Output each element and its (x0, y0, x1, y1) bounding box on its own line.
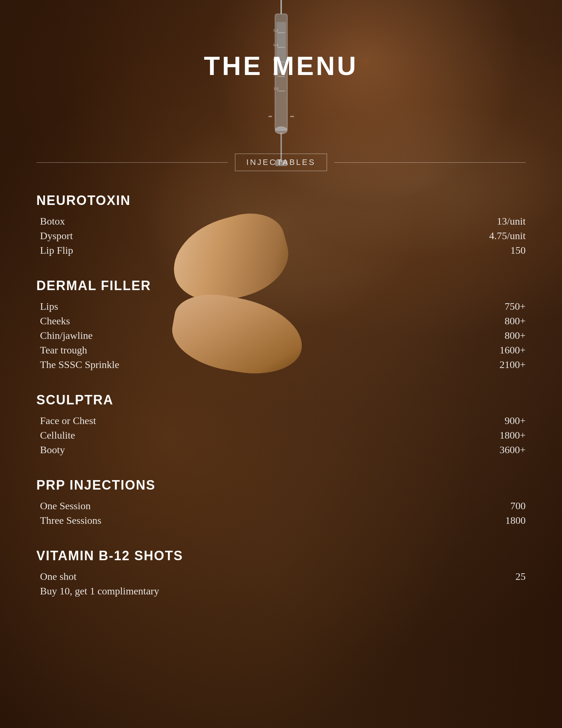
menu-item: Chin/jawline800+ (40, 330, 526, 341)
item-price: 1600+ (471, 344, 526, 356)
menu-items-sculptra: Face or Chest900+Cellulite1800+Booty3600… (36, 415, 526, 456)
title-section: THE MENU (36, 22, 526, 81)
menu-items-neurotoxin: Botox13/unitDysport4.75/unitLip Flip150 (36, 215, 526, 256)
menu-item: The SSSC Sprinkle2100+ (40, 359, 526, 371)
item-name: Three Sessions (40, 515, 101, 526)
item-price: 25 (471, 571, 526, 582)
item-price: 3600+ (471, 444, 526, 456)
menu-item: Face or Chest900+ (40, 415, 526, 427)
item-price: 800+ (471, 315, 526, 327)
menu-items-dermal-filler: Lips750+Cheeks800+Chin/jawline800+Tear t… (36, 301, 526, 371)
section-title-prp-injections: PRP INJECTIONS (36, 478, 526, 493)
menu-section-dermal-filler: DERMAL FILLERLips750+Cheeks800+Chin/jawl… (36, 278, 526, 371)
menu-items-prp-injections: One Session700Three Sessions1800 (36, 500, 526, 526)
menu-section-prp-injections: PRP INJECTIONSOne Session700Three Sessio… (36, 478, 526, 526)
item-name: Cheeks (40, 315, 70, 327)
section-title-neurotoxin: NEUROTOXIN (36, 193, 526, 208)
menu-item: Botox13/unit (40, 215, 526, 227)
item-price: 1800 (471, 515, 526, 526)
menu-item: Dysport4.75/unit (40, 230, 526, 242)
menu-items-vitamin-b12: One shot25Buy 10, get 1 complimentary (36, 571, 526, 597)
item-price: 750+ (471, 301, 526, 312)
menu-item: Cheeks800+ (40, 315, 526, 327)
menu-item: Buy 10, get 1 complimentary (40, 585, 526, 597)
menu-section-sculptra: SCULPTRAFace or Chest900+Cellulite1800+B… (36, 392, 526, 456)
item-name: Booty (40, 444, 65, 456)
section-title-vitamin-b12: VITAMIN B-12 SHOTS (36, 548, 526, 563)
menu-section-vitamin-b12: VITAMIN B-12 SHOTSOne shot25Buy 10, get … (36, 548, 526, 597)
item-name: Lips (40, 301, 58, 312)
item-price: 1800+ (471, 430, 526, 441)
menu-item: Tear trough1600+ (40, 344, 526, 356)
item-price: 13/unit (471, 215, 526, 227)
item-name: Dysport (40, 230, 73, 242)
menu-container: NEUROTOXINBotox13/unitDysport4.75/unitLi… (36, 193, 526, 597)
item-price: 700 (471, 500, 526, 512)
item-price: 2100+ (471, 359, 526, 371)
item-price: 150 (471, 245, 526, 256)
item-name: The SSSC Sprinkle (40, 359, 119, 371)
item-name: Face or Chest (40, 415, 96, 427)
item-price: 800+ (471, 330, 526, 341)
injectables-label: INJECTABLES (235, 154, 327, 171)
item-name: Tear trough (40, 344, 87, 356)
section-title-sculptra: SCULPTRA (36, 392, 526, 408)
section-divider: INJECTABLES (36, 154, 526, 171)
item-price: 4.75/unit (471, 230, 526, 242)
main-content: THE MENU INJECTABLES NEUROTOXINBotox13/u… (0, 0, 562, 648)
menu-section-neurotoxin: NEUROTOXINBotox13/unitDysport4.75/unitLi… (36, 193, 526, 256)
page-title: THE MENU (36, 51, 526, 81)
item-name: Lip Flip (40, 245, 73, 256)
menu-item: Three Sessions1800 (40, 515, 526, 526)
item-price: 900+ (471, 415, 526, 427)
item-name: Botox (40, 215, 65, 227)
divider-line-left (36, 162, 228, 163)
section-title-dermal-filler: DERMAL FILLER (36, 278, 526, 293)
item-name: One shot (40, 571, 76, 582)
item-name: Chin/jawline (40, 330, 93, 341)
menu-item: Lips750+ (40, 301, 526, 312)
divider-line-right (334, 162, 526, 163)
item-name: Buy 10, get 1 complimentary (40, 585, 159, 597)
item-name: Cellulite (40, 430, 75, 441)
menu-item: One shot25 (40, 571, 526, 582)
item-name: One Session (40, 500, 91, 512)
menu-item: Booty3600+ (40, 444, 526, 456)
menu-item: Cellulite1800+ (40, 430, 526, 441)
menu-item: Lip Flip150 (40, 245, 526, 256)
menu-item: One Session700 (40, 500, 526, 512)
